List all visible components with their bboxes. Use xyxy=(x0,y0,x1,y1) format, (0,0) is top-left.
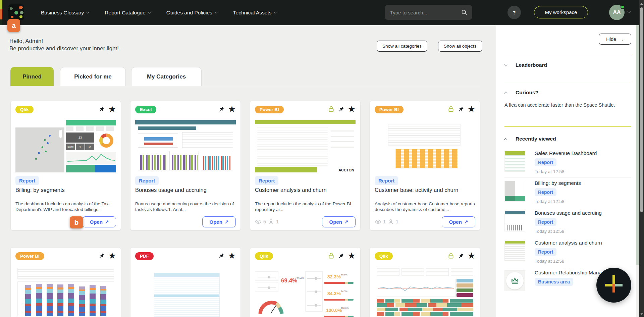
annotation-marker-a: a xyxy=(7,19,20,32)
source-badge: Qlik xyxy=(15,106,34,113)
type-badge: Report xyxy=(255,176,278,185)
list-item-thumbnail xyxy=(504,181,525,202)
thumb-brand: ACCTON xyxy=(338,168,354,172)
card-billing-by-segments[interactable]: Qlik ★ 23 Blank! 9 14 Report Billing: by… xyxy=(10,101,121,230)
edge-accent-strip xyxy=(0,0,2,25)
chevron-down-icon xyxy=(274,10,277,14)
hide-sidebar-button[interactable]: Hide → xyxy=(599,34,631,45)
app-logo[interactable] xyxy=(8,4,24,20)
section-divider xyxy=(504,81,631,81)
arrow-right-icon: → xyxy=(619,37,624,42)
scroll-down-arrow[interactable] xyxy=(640,313,643,315)
my-workspace-button[interactable]: My workspace xyxy=(534,6,588,18)
person-icon xyxy=(387,218,394,225)
pin-icon[interactable] xyxy=(99,106,105,112)
type-badge: Report xyxy=(135,176,159,185)
source-badge: Power BI xyxy=(15,252,44,260)
star-icon[interactable]: ★ xyxy=(348,251,356,260)
add-button[interactable] xyxy=(596,268,631,303)
chevron-down-icon xyxy=(86,10,90,14)
star-icon[interactable]: ★ xyxy=(348,105,356,113)
open-button[interactable]: Open↗ xyxy=(442,216,475,227)
pin-icon[interactable] xyxy=(338,253,344,259)
open-button[interactable]: Open↗ xyxy=(322,216,356,227)
card-metrics: 1 1 xyxy=(375,218,398,225)
chevron-down-icon xyxy=(504,63,507,66)
nav-item-report-catalogue[interactable]: Report Catalogue xyxy=(105,10,151,16)
section-recently-viewed[interactable]: Recently viewed xyxy=(504,136,556,142)
show-all-objects-button[interactable]: Show all objects xyxy=(438,41,482,52)
star-icon[interactable]: ★ xyxy=(108,105,116,113)
card-bonuses-usage[interactable]: Excel ★ Report Bonuses usage and accruin… xyxy=(130,101,241,230)
card-thumbnail xyxy=(135,120,236,172)
list-item[interactable]: Billing: by segments Report Today at 12:… xyxy=(504,177,631,207)
list-item-thumbnail xyxy=(504,241,525,261)
card-row2-powerbi[interactable]: Power BI ★ xyxy=(10,247,121,317)
tab-pinned[interactable]: Pinned xyxy=(10,67,54,86)
source-badge: Power BI xyxy=(375,106,404,113)
thumb-donut-chart xyxy=(99,134,113,148)
annotation-marker-b: b xyxy=(70,216,83,228)
card-metrics: 5 1 xyxy=(255,218,279,225)
chevron-down-icon[interactable] xyxy=(628,10,631,13)
pin-icon[interactable] xyxy=(218,253,225,259)
page-scrollbar[interactable] xyxy=(639,0,644,317)
star-icon[interactable]: ★ xyxy=(468,251,475,260)
open-button[interactable]: Open↗ xyxy=(83,216,116,227)
scroll-up-arrow[interactable] xyxy=(640,3,643,5)
star-icon[interactable]: ★ xyxy=(228,105,236,113)
open-button[interactable]: Open↗ xyxy=(202,216,236,227)
pin-icon[interactable] xyxy=(458,253,464,259)
search-input[interactable] xyxy=(390,10,461,15)
section-leaderboard[interactable]: Leaderboard xyxy=(504,62,547,68)
search-icon[interactable] xyxy=(461,9,468,16)
lock-icon xyxy=(447,252,454,259)
pin-icon[interactable] xyxy=(218,106,225,112)
lock-icon xyxy=(447,106,454,113)
list-item-thumbnail xyxy=(504,151,525,172)
pin-icon[interactable] xyxy=(99,253,105,259)
lock-icon xyxy=(328,252,335,259)
card-row2-qlik-heatmap[interactable]: Qlik ★ xyxy=(370,247,480,317)
person-icon xyxy=(268,218,274,225)
pin-icon[interactable] xyxy=(338,106,344,112)
nav-item-guides-and-policies[interactable]: Guides and Policies xyxy=(166,10,217,16)
card-title: Billing: by segments xyxy=(15,187,116,193)
pin-icon[interactable] xyxy=(458,106,464,112)
source-badge: Power BI xyxy=(255,106,284,113)
card-row2-pdf[interactable]: PDF ★ xyxy=(130,247,241,317)
card-customer-analysis[interactable]: Power BI ★ ACCTON Report Customer analys… xyxy=(250,101,361,230)
card-thumbnail xyxy=(135,267,236,317)
list-item[interactable]: Bonuses usage and accruing Report Today … xyxy=(504,207,631,237)
star-icon[interactable]: ★ xyxy=(228,251,236,260)
section-divider xyxy=(504,126,631,127)
card-customer-base[interactable]: Power BI ★ Report Customer base: activit… xyxy=(370,101,480,230)
show-all-categories-button[interactable]: Show all categories xyxy=(377,41,427,52)
star-icon[interactable]: ★ xyxy=(108,251,116,260)
section-curious[interactable]: Curious? xyxy=(504,90,538,96)
nav-item-business-glossary[interactable]: Business Glossary xyxy=(41,10,89,16)
tab-my-categories[interactable]: My Categories xyxy=(131,67,202,86)
help-button[interactable]: ? xyxy=(507,6,521,19)
star-icon[interactable]: ★ xyxy=(468,105,475,113)
nav-item-technical-assets[interactable]: Technical Assets xyxy=(233,10,277,16)
type-badge: Report xyxy=(15,176,39,185)
top-nav-bar: Business Glossary Report Catalogue Guide… xyxy=(0,0,644,25)
card-title: Customer analysis and churn xyxy=(255,187,356,193)
greeting-line2: Be productive and discover your inner li… xyxy=(9,45,119,52)
tab-picked-for-me[interactable]: Picked for me xyxy=(60,67,126,86)
avatar[interactable]: AA xyxy=(609,5,625,20)
list-item[interactable]: Sales Revenue Dashboard Report Today at … xyxy=(504,148,631,177)
timestamp: Today at 12:58 xyxy=(535,229,565,234)
list-item-thumbnail xyxy=(504,270,525,291)
sidebar-scrollbar[interactable] xyxy=(636,25,639,265)
thumb-line-chart xyxy=(377,279,456,297)
chevron-up-icon xyxy=(504,92,507,95)
open-arrow-icon: ↗ xyxy=(224,219,229,225)
search-box xyxy=(385,5,472,20)
views-count: 5 xyxy=(263,219,266,224)
card-row2-qlik-kpi[interactable]: Qlik ★ 69.4% 73.4% 82.3% 86.9% 84.3% 84.… xyxy=(250,247,361,317)
scrollbar-thumb[interactable] xyxy=(640,7,643,212)
list-item[interactable]: Customer analysis and churn Report Today… xyxy=(504,237,631,267)
open-arrow-icon: ↗ xyxy=(464,219,468,225)
